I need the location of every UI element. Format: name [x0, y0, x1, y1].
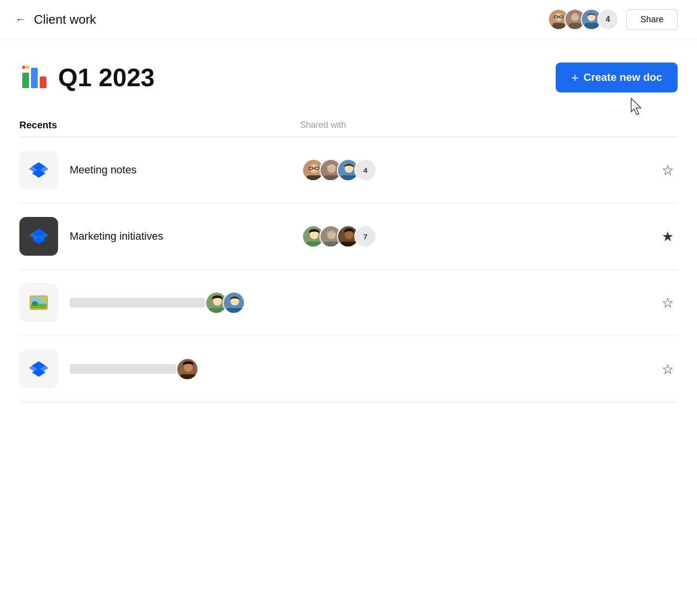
- image-icon: [29, 293, 48, 312]
- star-button-3[interactable]: ☆: [658, 293, 678, 313]
- doc-shared-marketing: 7: [302, 225, 658, 247]
- doc-shared-4: [176, 358, 658, 380]
- star-button-1[interactable]: ☆: [658, 160, 678, 180]
- svg-rect-55: [209, 308, 226, 314]
- create-button-label: Create new doc: [583, 71, 662, 84]
- header-right: 4 Share: [548, 9, 678, 30]
- doc-avatar-group-3: [205, 292, 245, 314]
- svg-point-7: [571, 13, 579, 21]
- main-content: Q1 2023 + Create new doc Recents Shared …: [0, 39, 697, 402]
- doc-title-meeting-notes: Meeting notes: [70, 164, 302, 176]
- recents-label: Recents: [19, 120, 300, 131]
- svg-rect-58: [226, 308, 243, 314]
- workspace-name: Q1 2023: [58, 63, 155, 92]
- doc-row[interactable]: ☆: [19, 270, 678, 336]
- header: ← Client work: [0, 0, 697, 39]
- svg-rect-30: [324, 175, 339, 181]
- header-left: ← Client work: [15, 12, 96, 27]
- star-button-2[interactable]: ★: [658, 227, 678, 246]
- doc-avatar-3b: [223, 292, 245, 314]
- workspace-icon: [19, 63, 48, 92]
- plus-icon: +: [571, 71, 578, 84]
- doc-avatar-group-4: [176, 358, 198, 380]
- header-avatar-group: 4: [548, 9, 619, 30]
- svg-rect-46: [340, 242, 358, 247]
- workspace-info: Q1 2023: [19, 63, 155, 92]
- svg-rect-11: [584, 23, 598, 30]
- doc-icon-3: [19, 283, 58, 322]
- svg-rect-65: [180, 374, 197, 380]
- svg-point-52: [32, 301, 38, 306]
- doc-title-placeholder-3: [70, 298, 205, 308]
- svg-rect-12: [22, 73, 29, 88]
- svg-rect-13: [31, 68, 38, 88]
- svg-rect-8: [569, 23, 581, 30]
- shared-with-label: Shared with: [300, 120, 678, 130]
- doc-shared-3: [205, 292, 658, 314]
- header-avatar-count: 4: [597, 9, 619, 30]
- svg-marker-17: [631, 98, 641, 115]
- create-new-doc-button[interactable]: + Create new doc: [556, 62, 678, 92]
- doc-title-marketing: Marketing initiatives: [70, 230, 302, 243]
- svg-rect-2: [552, 23, 564, 30]
- recents-header: Recents Shared with: [19, 120, 678, 137]
- svg-rect-40: [305, 242, 323, 247]
- svg-rect-33: [340, 175, 358, 181]
- doc-avatar-group-2: 7: [302, 225, 377, 247]
- svg-rect-14: [40, 77, 46, 88]
- svg-point-51: [42, 298, 45, 302]
- doc-icon-meeting-notes: [19, 151, 58, 189]
- cursor-indicator: [629, 97, 645, 118]
- dropbox-icon-dark: [29, 227, 48, 246]
- doc-avatar-4a: [176, 358, 198, 380]
- doc-avatar-count-2: 7: [354, 225, 377, 247]
- svg-rect-16: [26, 66, 29, 69]
- back-button[interactable]: ←: [15, 14, 26, 25]
- hero-section: Q1 2023 + Create new doc: [19, 62, 678, 92]
- doc-row[interactable]: Marketing initiatives: [19, 203, 678, 270]
- svg-point-64: [184, 363, 193, 372]
- doc-row[interactable]: ☆: [19, 336, 678, 402]
- dropbox-icon-4: [29, 359, 48, 379]
- doc-avatar-group-1: 4: [302, 159, 377, 181]
- svg-rect-43: [324, 242, 339, 247]
- doc-shared-meeting-notes: 4: [302, 159, 658, 181]
- svg-rect-15: [22, 66, 25, 69]
- svg-rect-24: [306, 175, 322, 181]
- doc-title-placeholder-4: [70, 364, 176, 374]
- svg-point-45: [345, 231, 353, 239]
- doc-icon-4: [19, 350, 58, 388]
- workspace-title: Client work: [34, 12, 96, 27]
- doc-avatar-count-1: 4: [354, 159, 377, 181]
- doc-row[interactable]: Meeting notes: [19, 137, 678, 203]
- share-button[interactable]: Share: [626, 9, 678, 30]
- dropbox-icon: [29, 160, 48, 180]
- doc-icon-marketing: [19, 217, 58, 256]
- star-button-4[interactable]: ☆: [658, 359, 678, 379]
